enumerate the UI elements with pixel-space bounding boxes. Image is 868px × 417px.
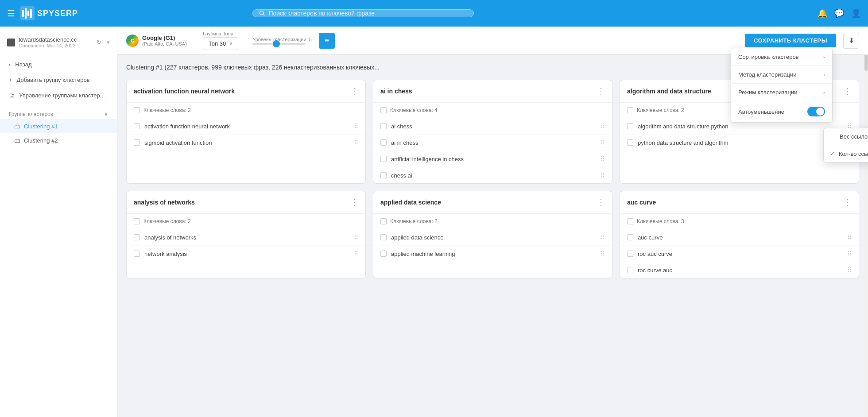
- cluster-more-icon[interactable]: ⋮: [350, 197, 358, 207]
- keyword-text: roc curve auc: [638, 267, 843, 274]
- keyword-checkbox[interactable]: [627, 123, 633, 129]
- add-group-link[interactable]: + Добавить группу кластеров: [0, 72, 117, 88]
- mode-label: Режим кластеризации: [738, 89, 798, 96]
- keyword-checkbox[interactable]: [134, 251, 140, 257]
- download-icon: ⬇: [849, 36, 854, 45]
- cluster-title: analysis of networks: [134, 199, 195, 206]
- cluster-more-icon[interactable]: ⋮: [597, 86, 605, 96]
- keyword-checkbox[interactable]: [380, 234, 387, 240]
- keyword-text: analysis of networks: [144, 234, 349, 241]
- drag-handle-icon[interactable]: ⠿: [601, 155, 605, 162]
- keyword-checkbox[interactable]: [627, 251, 633, 257]
- save-clusters-button[interactable]: СОХРАНИТЬ КЛАСТЕРЫ: [745, 34, 836, 47]
- cluster-select-checkbox[interactable]: [380, 107, 387, 113]
- cluster-mode-item[interactable]: Режим кластеризации ›: [731, 84, 832, 101]
- drag-handle-icon[interactable]: ⠿: [601, 172, 605, 179]
- cluster-header: activation function neural network ⋮: [127, 80, 365, 103]
- search-input[interactable]: [268, 10, 467, 17]
- drag-handle-icon[interactable]: ⠿: [354, 123, 358, 130]
- keyword-checkbox[interactable]: [627, 234, 633, 240]
- auto-toggle[interactable]: [807, 107, 825, 116]
- keyword-checkbox[interactable]: [380, 156, 387, 162]
- cluster-select-checkbox[interactable]: [380, 218, 387, 224]
- cluster-level-slider[interactable]: [252, 43, 306, 45]
- drag-handle-icon[interactable]: ⠿: [354, 250, 358, 257]
- user-icon[interactable]: 👤: [851, 8, 861, 18]
- cluster-header: analysis of networks ⋮: [127, 191, 365, 214]
- sort-label: Сортировка кластеров: [738, 54, 799, 60]
- sidebar-item-clustering2[interactable]: 🗃 Clustering #2: [0, 133, 117, 147]
- message-icon[interactable]: 💬: [834, 8, 844, 18]
- refresh-icon[interactable]: ↻: [97, 39, 101, 46]
- search-bar[interactable]: [252, 9, 474, 17]
- download-button[interactable]: ⬇: [843, 33, 859, 49]
- add-group-label: Добавить группу кластеров: [17, 77, 90, 83]
- google-badge: G Google (G1) (Palo Alto, CA, USA): [126, 35, 187, 47]
- keyword-checkbox[interactable]: [380, 251, 387, 257]
- dropdown-menu: Сортировка кластеров › Метод кластеризац…: [731, 48, 833, 123]
- svg-rect-1: [22, 10, 24, 17]
- keyword-checkbox[interactable]: [380, 172, 387, 178]
- cluster-select-checkbox[interactable]: [134, 107, 140, 113]
- sidebar-item-clustering1[interactable]: 🗃 Clustering #1: [0, 119, 117, 133]
- drag-handle-icon[interactable]: ⠿: [601, 250, 605, 257]
- keyword-checkbox[interactable]: [134, 234, 140, 240]
- keyword-checkbox[interactable]: [380, 123, 387, 129]
- cluster-method-item[interactable]: Метод кластеризации ›: [731, 66, 832, 84]
- manage-group-link[interactable]: 🗂 Управление группами кластер...: [0, 88, 117, 103]
- cluster-select-checkbox[interactable]: [627, 218, 633, 224]
- drag-handle-icon[interactable]: ⠿: [847, 266, 852, 274]
- drag-handle-icon[interactable]: ⠿: [354, 234, 358, 241]
- count-links-item[interactable]: ✓ Кол-во ссылок: [824, 145, 868, 162]
- keyword-text: algorithm and data structure python: [638, 123, 843, 130]
- cluster-card: activation function neural network ⋮ Клю…: [126, 80, 366, 184]
- keywords-count-label: Ключевые слова: 2: [390, 218, 438, 224]
- cluster-more-icon[interactable]: ⋮: [350, 86, 358, 96]
- logo: SPYSERP: [20, 6, 78, 20]
- weight-links-item[interactable]: Вес ссылок: [824, 128, 868, 145]
- keyword-checkbox[interactable]: [627, 267, 633, 273]
- keyword-checkbox[interactable]: [627, 139, 633, 146]
- cluster-level-section: Уровень кластеризации: 5: [252, 37, 312, 45]
- back-link[interactable]: ‹ Назад: [0, 57, 117, 72]
- notification-icon[interactable]: 🔔: [818, 8, 827, 18]
- drag-handle-icon[interactable]: ⠿: [601, 139, 605, 146]
- google-info: Google (G1) (Palo Alto, CA, USA): [142, 35, 187, 46]
- cluster-header: ai in chess ⋮: [373, 80, 612, 103]
- menu-button[interactable]: ≡: [319, 33, 335, 49]
- cluster-keywords-count: Ключевые слова: 2: [127, 214, 365, 229]
- cluster-select-checkbox[interactable]: [134, 218, 140, 224]
- sort-clusters-item[interactable]: Сортировка кластеров ›: [731, 48, 832, 66]
- keyword-row: artificial intelligence in chess ⠿: [373, 151, 612, 167]
- drag-handle-icon[interactable]: ⠿: [601, 123, 605, 130]
- cluster-title: activation function neural network: [134, 88, 235, 95]
- keyword-checkbox[interactable]: [380, 139, 387, 146]
- drag-handle-icon[interactable]: ⠿: [847, 234, 852, 241]
- cluster-1-label: Clustering #1: [24, 123, 58, 130]
- cluster-more-icon[interactable]: ⋮: [844, 197, 852, 207]
- cluster-header: auc curve ⋮: [620, 191, 859, 214]
- keyword-text: network analysis: [144, 251, 349, 257]
- scrollbar[interactable]: [864, 27, 868, 417]
- keyword-text: roc auc curve: [638, 251, 843, 257]
- cluster-more-icon[interactable]: ⋮: [844, 86, 852, 96]
- cluster-select-checkbox[interactable]: [627, 107, 633, 113]
- site-item[interactable]: towardsdatascience.cc Обновлено: Mar 14,…: [0, 32, 117, 53]
- auto-reduce-item[interactable]: Автоуменьшение: [731, 101, 832, 122]
- keyword-text: auc curve: [638, 234, 843, 241]
- weight-links-label: Вес ссылок: [840, 133, 868, 140]
- drag-handle-icon[interactable]: ⠿: [601, 234, 605, 241]
- site-name: towardsdatascience.cc: [19, 36, 77, 43]
- drag-handle-icon[interactable]: ⠿: [354, 139, 358, 146]
- site-updated: Обновлено: Mar 14, 2022: [19, 43, 77, 48]
- keyword-text: artificial intelligence in chess: [391, 156, 596, 162]
- depth-select[interactable]: Топ 30 ▾: [203, 37, 238, 50]
- cluster-more-icon[interactable]: ⋮: [597, 197, 605, 207]
- hamburger-icon[interactable]: ☰: [7, 8, 15, 19]
- keyword-checkbox[interactable]: [134, 139, 140, 146]
- drag-handle-icon[interactable]: ⠿: [847, 250, 852, 257]
- svg-rect-2: [25, 8, 27, 19]
- keyword-checkbox[interactable]: [134, 123, 140, 129]
- keyword-text: applied data science: [391, 234, 596, 241]
- keyword-row: ai in chess ⠿: [373, 135, 612, 151]
